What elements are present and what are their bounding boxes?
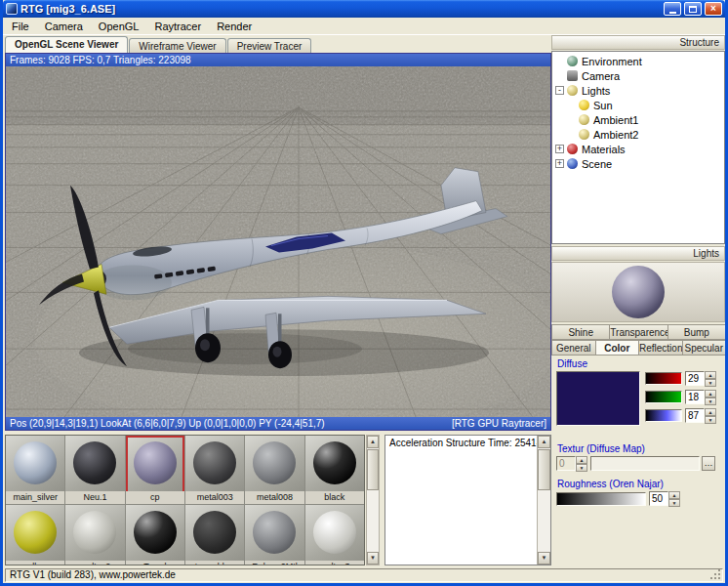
menu-raytracer[interactable]: Raytracer bbox=[146, 19, 209, 34]
material-swatch[interactable]: Neu.1 bbox=[65, 436, 124, 504]
roughness-value: 50 bbox=[649, 491, 668, 506]
client-area: OpenGL Scene Viewer Wireframe Viewer Pre… bbox=[3, 35, 725, 583]
tab-transparence[interactable]: Transparence bbox=[609, 324, 667, 340]
tree-label: Camera bbox=[582, 70, 620, 82]
material-swatch[interactable]: yellow bbox=[6, 505, 64, 565]
close-button[interactable]: × bbox=[705, 2, 722, 16]
spin-down-icon: ▼ bbox=[576, 464, 587, 472]
scrollbar-track[interactable] bbox=[367, 448, 379, 552]
tree-item-sun[interactable]: Sun bbox=[552, 98, 724, 112]
material-swatch[interactable]: codtex3 bbox=[305, 505, 364, 565]
material-tabs-row2: General Color Reflection Specular bbox=[551, 340, 725, 356]
red-value: 29 bbox=[685, 371, 705, 386]
roughness-row: 50 ▲▼ bbox=[556, 491, 680, 506]
scroll-down-icon[interactable]: ▼ bbox=[367, 552, 379, 565]
expand-toggle-icon[interactable]: + bbox=[555, 145, 564, 153]
viewport: Frames: 9028 FPS: 0,7 Triangles: 223098 bbox=[5, 53, 551, 431]
green-gradient-bar[interactable] bbox=[645, 391, 682, 403]
materials-scrollbar[interactable]: ▲ ▼ bbox=[366, 435, 380, 565]
resize-grip[interactable] bbox=[709, 568, 722, 581]
texture-label: Textur (Diffuse Map) bbox=[557, 443, 645, 454]
menu-opengl[interactable]: OpenGL bbox=[91, 19, 147, 34]
material-sphere bbox=[313, 511, 356, 554]
ambient-light-icon bbox=[579, 129, 589, 140]
tab-color[interactable]: Color bbox=[595, 340, 640, 356]
log-listbox[interactable]: Acceleration Structure Time: 25414,17 ms… bbox=[384, 435, 551, 565]
scroll-up-icon[interactable]: ▲ bbox=[538, 436, 550, 448]
material-swatch[interactable]: tex-rubber bbox=[185, 505, 244, 565]
material-swatch[interactable]: codtex2 bbox=[65, 505, 124, 565]
texture-browse-button[interactable]: … bbox=[702, 456, 715, 471]
log-scrollbar[interactable]: ▲ ▼ bbox=[537, 436, 550, 565]
scroll-down-icon[interactable]: ▼ bbox=[538, 552, 550, 565]
spin-up-icon[interactable]: ▲ bbox=[705, 371, 716, 379]
scrollbar-track[interactable] bbox=[538, 448, 550, 552]
tree-item-lights[interactable]: - Lights bbox=[552, 83, 724, 98]
viewport-status-bar: Pos (20,9|14,3|19,1) LookAt (6,6|6,0|7,9… bbox=[6, 417, 550, 430]
spin-up-icon[interactable]: ▲ bbox=[668, 491, 680, 499]
tree-item-environment[interactable]: Environment bbox=[552, 54, 724, 68]
blue-gradient-bar[interactable] bbox=[645, 409, 682, 422]
tree-item-ambient1[interactable]: Ambient1 bbox=[552, 112, 724, 127]
red-spinner[interactable]: 29 ▲▼ bbox=[685, 371, 716, 386]
material-preview bbox=[551, 262, 725, 322]
material-swatch[interactable]: Tread bbox=[126, 505, 184, 565]
tab-general[interactable]: General bbox=[551, 340, 596, 356]
blue-channel: 87 ▲▼ bbox=[645, 408, 716, 423]
red-gradient-bar[interactable] bbox=[645, 372, 682, 385]
tab-wireframe-viewer[interactable]: Wireframe Viewer bbox=[129, 38, 225, 53]
maximize-button[interactable] bbox=[684, 2, 702, 16]
menu-render[interactable]: Render bbox=[209, 19, 260, 34]
material-library: main_silver Neu.1 cp metal003 metal008 b… bbox=[5, 435, 365, 565]
material-swatch[interactable]: black bbox=[305, 436, 364, 504]
tab-reflection[interactable]: Reflection bbox=[638, 340, 683, 356]
tab-specular[interactable]: Specular bbox=[682, 340, 727, 356]
tab-shine[interactable]: Shine bbox=[551, 324, 610, 340]
tree-item-scene[interactable]: + Scene bbox=[552, 156, 724, 171]
scroll-up-icon[interactable]: ▲ bbox=[367, 436, 379, 448]
texture-path-field[interactable] bbox=[590, 456, 700, 471]
material-swatch[interactable]: metal008 bbox=[245, 436, 303, 504]
minimize-button[interactable] bbox=[664, 2, 681, 16]
spin-down-icon[interactable]: ▼ bbox=[668, 499, 680, 507]
diffuse-color-swatch[interactable] bbox=[556, 371, 640, 426]
spin-down-icon[interactable]: ▼ bbox=[705, 416, 716, 424]
lights-panel-header[interactable]: Lights bbox=[551, 246, 725, 261]
material-swatch[interactable]: main_silver bbox=[6, 436, 64, 504]
blue-spinner[interactable]: 87 ▲▼ bbox=[685, 408, 716, 423]
material-swatch[interactable]: R_bre_2Mtl bbox=[245, 505, 303, 565]
scene-3d-view[interactable] bbox=[6, 66, 550, 417]
scrollbar-thumb[interactable] bbox=[367, 449, 379, 490]
scene-canvas[interactable] bbox=[6, 66, 550, 417]
material-grid: main_silver Neu.1 cp metal003 metal008 b… bbox=[6, 436, 364, 565]
material-tabs-row1: Shine Transparence Bump bbox=[551, 324, 725, 340]
blue-value: 87 bbox=[685, 408, 705, 423]
tree-item-camera[interactable]: Camera bbox=[552, 68, 724, 83]
material-sphere bbox=[193, 511, 236, 554]
spin-up-icon[interactable]: ▲ bbox=[705, 408, 716, 416]
menu-file[interactable]: File bbox=[4, 19, 37, 34]
structure-panel-header[interactable]: Structure bbox=[551, 35, 725, 50]
tree-item-ambient2[interactable]: Ambient2 bbox=[552, 127, 724, 142]
titlebar[interactable]: RTG [mig3_6.ASE] × bbox=[3, 0, 725, 18]
tab-preview-tracer[interactable]: Preview Tracer bbox=[227, 38, 312, 53]
tree-item-materials[interactable]: + Materials bbox=[552, 142, 724, 156]
spin-up-icon[interactable]: ▲ bbox=[705, 390, 716, 398]
diffuse-label: Diffuse bbox=[557, 358, 587, 369]
green-spinner[interactable]: 18 ▲▼ bbox=[685, 390, 716, 404]
close-icon: × bbox=[710, 4, 716, 14]
expand-toggle-icon[interactable]: + bbox=[555, 159, 564, 168]
roughness-gradient-bar[interactable] bbox=[556, 492, 646, 506]
tab-opengl-scene-viewer[interactable]: OpenGL Scene Viewer bbox=[5, 36, 128, 53]
tab-bump[interactable]: Bump bbox=[667, 324, 726, 340]
spin-down-icon[interactable]: ▼ bbox=[705, 398, 716, 405]
material-swatch[interactable]: metal003 bbox=[185, 436, 244, 504]
material-swatch-selected[interactable]: cp bbox=[126, 436, 184, 504]
collapse-toggle-icon[interactable]: - bbox=[555, 86, 564, 95]
material-sphere bbox=[193, 441, 236, 484]
menu-camera[interactable]: Camera bbox=[37, 19, 91, 34]
viewer-tabs: OpenGL Scene Viewer Wireframe Viewer Pre… bbox=[5, 36, 312, 53]
spin-down-icon[interactable]: ▼ bbox=[705, 379, 716, 387]
scrollbar-thumb[interactable] bbox=[538, 449, 550, 490]
roughness-spinner[interactable]: 50 ▲▼ bbox=[649, 491, 680, 506]
